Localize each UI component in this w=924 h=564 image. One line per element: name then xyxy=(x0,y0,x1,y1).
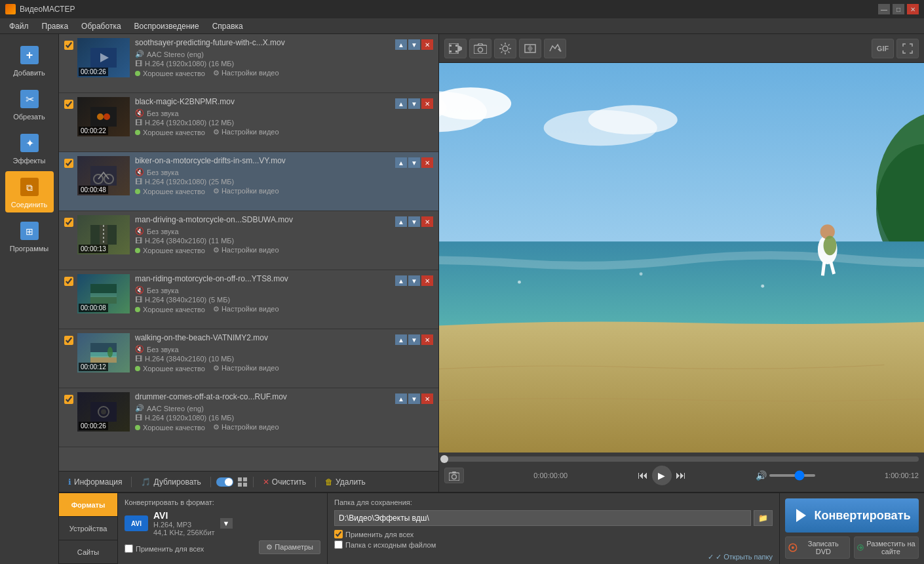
move-up-btn-5[interactable]: ▲ xyxy=(395,275,407,286)
sidebar-item-merge[interactable]: ⧉ Соединить xyxy=(5,171,54,212)
fullscreen-tool-btn[interactable] xyxy=(896,39,919,58)
crop-tool-btn[interactable] xyxy=(519,39,541,58)
menu-process[interactable]: Обработка xyxy=(75,20,128,32)
settings-link-7[interactable]: ⚙ Настройки видео xyxy=(213,423,279,432)
file-checkbox-1[interactable] xyxy=(64,38,73,89)
delete-btn-6[interactable]: ✕ xyxy=(421,334,433,345)
move-down-btn-4[interactable]: ▼ xyxy=(408,216,420,227)
file-checkbox-4[interactable] xyxy=(64,215,73,266)
camera-tool-btn[interactable] xyxy=(469,39,491,58)
apply-all-folder-checkbox[interactable] xyxy=(334,530,343,538)
delete-btn-2[interactable]: ✕ xyxy=(421,98,433,109)
folder-path-input[interactable] xyxy=(334,510,751,526)
info-button[interactable]: ℹ Информация xyxy=(64,475,126,489)
sidebar-item-effects[interactable]: ✦ Эффекты xyxy=(5,127,54,169)
list-item: 00:00:26 drummer-comes-off-at-a-rock-co.… xyxy=(59,388,438,447)
settings-link-2[interactable]: ⚙ Настройки видео xyxy=(213,128,279,136)
settings-link-3[interactable]: ⚙ Настройки видео xyxy=(213,187,279,195)
gif-tool-btn[interactable]: GIF xyxy=(872,39,894,58)
move-down-btn-5[interactable]: ▼ xyxy=(408,275,420,286)
params-button[interactable]: ⚙ Параметры xyxy=(259,540,320,554)
prev-button[interactable]: ⏮ xyxy=(638,470,648,481)
apply-all-checkbox[interactable] xyxy=(125,544,133,553)
checkbox-6[interactable] xyxy=(64,336,73,345)
duplicate-button[interactable]: 🎵 Дублировать xyxy=(137,475,204,489)
restore-button[interactable]: □ xyxy=(893,4,904,14)
move-down-btn-7[interactable]: ▼ xyxy=(408,393,420,404)
delete-btn-7[interactable]: ✕ xyxy=(421,393,433,404)
move-up-btn-2[interactable]: ▲ xyxy=(395,98,407,109)
settings-link-1[interactable]: ⚙ Настройки видео xyxy=(213,69,279,77)
settings-link-5[interactable]: ⚙ Настройки видео xyxy=(213,305,279,313)
progress-bar[interactable] xyxy=(444,456,919,462)
sidebar-item-trim[interactable]: ✂ Обрезать xyxy=(5,83,54,125)
open-folder-btn[interactable]: ✓ ✓ Открыть папку xyxy=(708,553,773,561)
burn-dvd-btn[interactable]: Записать DVD xyxy=(785,536,850,559)
original-folder-checkbox[interactable] xyxy=(334,540,343,549)
open-folder-text: ✓ Открыть папку xyxy=(716,553,773,561)
file-checkbox-7[interactable] xyxy=(64,392,73,443)
move-up-btn-4[interactable]: ▲ xyxy=(395,216,407,227)
menu-file[interactable]: Файл xyxy=(3,20,35,32)
move-down-btn-2[interactable]: ▼ xyxy=(408,98,420,109)
tab-devices[interactable]: Устройства xyxy=(59,517,117,540)
sidebar-item-programs[interactable]: ⊞ Программы xyxy=(5,215,54,256)
settings-link-4[interactable]: ⚙ Настройки видео xyxy=(213,246,279,254)
delete-btn-4[interactable]: ✕ xyxy=(421,216,433,227)
toggle-all-container[interactable] xyxy=(216,477,248,487)
format-label: Конвертировать в формат: xyxy=(125,498,320,506)
move-up-btn-1[interactable]: ▲ xyxy=(395,39,407,50)
file-checkbox-3[interactable] xyxy=(64,156,73,207)
next-button[interactable]: ⏭ xyxy=(676,470,686,481)
tab-sites[interactable]: Сайты xyxy=(59,540,117,564)
svg-marker-55 xyxy=(528,45,533,52)
play-button[interactable]: ▶ xyxy=(652,466,672,485)
brightness-tool-btn[interactable] xyxy=(494,39,516,58)
settings-link-6[interactable]: ⚙ Настройки видео xyxy=(213,364,279,373)
convert-button[interactable]: Конвертировать xyxy=(785,498,919,533)
menu-help[interactable]: Справка xyxy=(206,20,250,32)
menu-playback[interactable]: Воспроизведение xyxy=(128,20,206,32)
file-list[interactable]: 00:00:26 soothsayer-predicting-future-wi… xyxy=(59,34,438,471)
move-down-btn-1[interactable]: ▼ xyxy=(408,39,420,50)
checkbox-1[interactable] xyxy=(64,41,73,50)
file-info-2: black-magic-K2BNPMR.mov 🔇 Без звука 🎞 H.… xyxy=(135,97,395,148)
delete-btn-5[interactable]: ✕ xyxy=(421,275,433,286)
minimize-button[interactable]: — xyxy=(878,4,890,14)
progress-handle[interactable] xyxy=(440,455,448,463)
file-checkbox-6[interactable] xyxy=(64,333,73,384)
menu-edit[interactable]: Правка xyxy=(35,20,75,32)
volume-slider[interactable] xyxy=(769,474,815,477)
file-checkbox-5[interactable] xyxy=(64,274,73,325)
clear-button[interactable]: ✕ Очистить xyxy=(259,475,310,489)
snapshot-button[interactable] xyxy=(444,468,464,483)
dvd-icon xyxy=(788,543,798,552)
checkbox-2[interactable] xyxy=(64,100,73,109)
delete-button[interactable]: 🗑 Удалить xyxy=(321,475,370,489)
checkbox-3[interactable] xyxy=(64,159,73,168)
tab-formats[interactable]: Форматы xyxy=(59,493,117,517)
close-button[interactable]: ✕ xyxy=(907,4,919,14)
checkbox-5[interactable] xyxy=(64,277,73,286)
file-thumb-6: 00:00:12 xyxy=(77,333,130,373)
move-down-btn-6[interactable]: ▼ xyxy=(408,334,420,345)
move-up-btn-7[interactable]: ▲ xyxy=(395,393,407,404)
publish-btn[interactable]: Разместить на сайте xyxy=(854,536,919,559)
folder-browse-btn[interactable]: 📁 xyxy=(754,510,773,526)
codec-info-4: H.264 (3840x2160) (11 МБ) xyxy=(145,237,234,245)
file-quality-2: Хорошее качество ⚙ Настройки видео xyxy=(135,128,395,136)
video-tool-btn[interactable] xyxy=(444,39,467,58)
checkbox-7[interactable] xyxy=(64,395,73,404)
move-up-btn-6[interactable]: ▲ xyxy=(395,334,407,345)
sidebar-item-add[interactable]: + Добавить xyxy=(5,39,54,81)
move-up-btn-3[interactable]: ▲ xyxy=(395,157,407,168)
format-dropdown-btn[interactable]: ▼ xyxy=(220,518,233,529)
delete-btn-1[interactable]: ✕ xyxy=(421,39,433,50)
list-item[interactable]: 00:00:48 biker-on-a-motorcycle-drifts-in… xyxy=(59,152,438,211)
list-item: 00:00:26 soothsayer-predicting-future-wi… xyxy=(59,34,438,93)
delete-btn-3[interactable]: ✕ xyxy=(421,157,433,168)
move-down-btn-3[interactable]: ▼ xyxy=(408,157,420,168)
motion-tool-btn[interactable] xyxy=(544,39,566,58)
checkbox-4[interactable] xyxy=(64,218,73,227)
file-checkbox-2[interactable] xyxy=(64,97,73,148)
